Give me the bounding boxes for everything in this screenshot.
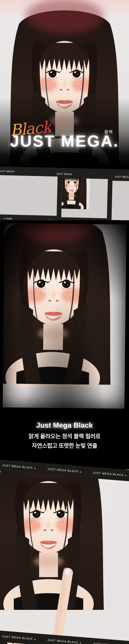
play-arrow-icon: ► xyxy=(34,638,36,640)
film-frame-label: JUST MEGA xyxy=(114,175,129,178)
ticker-item: JUST MEGA BLACK► xyxy=(93,642,127,644)
feature-description-line1: 맑게 올라오는 정석 블랙 컬러로 xyxy=(0,432,129,440)
ticker-item: JUST MEGA BLACK► xyxy=(93,471,127,477)
play-arrow-icon: ► xyxy=(125,474,127,477)
film-frame-label: JUST MEGA xyxy=(0,170,15,173)
photo-section-closeup xyxy=(0,220,129,411)
feature-title: Just Mega Black xyxy=(0,421,129,429)
play-arrow-icon: ► xyxy=(4,218,6,220)
ticker-item: JUST MEGA BLACK► xyxy=(2,635,36,641)
play-arrow-icon: ► xyxy=(79,642,81,644)
film-photo-eyes xyxy=(0,175,58,216)
ticker-item: JUST MEGA BLACK► xyxy=(47,467,82,473)
film-strip-section: JUST MEGA JUST MEGA JUST MEGA ►black ►bl… xyxy=(0,165,129,225)
play-arrow-icon: ► xyxy=(79,471,81,473)
film-photo-portrait xyxy=(61,178,108,218)
feature-description-line2: 자연스럽고 또렷한 눈빛 연출 xyxy=(0,441,129,450)
promo-page: Black 블랙 JUST MEGA. JUST MEGA JUST MEGA … xyxy=(0,0,129,644)
hero-title: JUST MEGA. xyxy=(0,133,129,149)
feature-text-section: Just Mega Black 맑게 올라오는 정석 블랙 컬러로 자연스럽고 … xyxy=(0,411,129,469)
film-strip: JUST MEGA JUST MEGA JUST MEGA ►black ►bl… xyxy=(0,166,129,224)
hero-section: Black 블랙 JUST MEGA. xyxy=(0,0,129,169)
film-frame-caption: ►black xyxy=(4,217,12,220)
film-frame-label: JUST MEGA xyxy=(56,172,72,176)
ticker-item: JUST MEGA BLACK► xyxy=(47,638,82,644)
play-arrow-icon: ► xyxy=(34,467,36,469)
ticker-item: JUST MEGA BLACK► xyxy=(2,464,36,470)
film-photo-closeup xyxy=(111,181,129,220)
photo-vignette xyxy=(0,220,129,411)
photo-section-finger xyxy=(0,470,129,641)
